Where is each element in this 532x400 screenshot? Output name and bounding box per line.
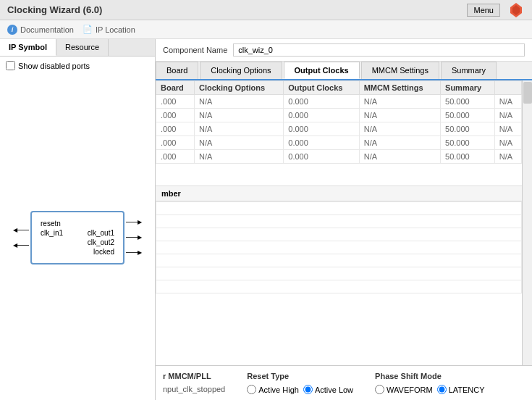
active-low-label: Active Low: [315, 386, 353, 394]
bottom-options: r MMCM/PLL nput_clk_stopped Reset Type A…: [156, 365, 532, 400]
active-high-label: Active High: [258, 386, 299, 394]
cell: N/A: [359, 95, 440, 109]
active-low-radio[interactable]: [303, 385, 313, 394]
mmcm-pll-value: nput_clk_stopped: [163, 385, 225, 393]
table-row: [156, 267, 522, 280]
output-clocks-table: Board Clocking Options Output Clocks MMC…: [156, 80, 522, 164]
cell: N/A: [359, 109, 440, 122]
phase-shift-title: Phase Shift Mode: [375, 372, 484, 380]
tab-summary[interactable]: Summary: [441, 62, 497, 79]
number-table: [156, 201, 522, 293]
table-row: [156, 215, 522, 228]
cell: N/A: [359, 122, 440, 136]
reset-type-title: Reset Type: [247, 372, 353, 380]
reset-type-group: Reset Type Active High Active Low: [247, 372, 353, 394]
menu-button[interactable]: Menu: [467, 4, 500, 17]
component-name-input[interactable]: [233, 43, 525, 57]
info-icon: i: [7, 25, 17, 35]
locked-label: locked: [93, 248, 114, 256]
left-panel: IP Symbol Resource Show disabled ports ◀: [0, 39, 156, 400]
cell: 50.000: [441, 95, 495, 109]
cell: 0.000: [284, 136, 359, 150]
clk-out2-arrow: ▶: [138, 234, 142, 241]
col-extra: [494, 81, 521, 95]
table-row: .000 N/A 0.000 N/A 50.000 N/A: [156, 109, 522, 122]
tab-mmcm-settings[interactable]: MMCM Settings: [361, 62, 439, 79]
tab-resource[interactable]: Resource: [56, 39, 109, 56]
cell: N/A: [195, 109, 284, 122]
active-low-option[interactable]: Active Low: [303, 385, 353, 394]
right-panel: Component Name Board Clocking Options Ou…: [156, 39, 532, 400]
tab-clocking-options[interactable]: Clocking Options: [200, 62, 282, 79]
cell: 0.000: [284, 122, 359, 136]
cell: [156, 202, 522, 215]
show-ports-label: Show disabled ports: [18, 62, 90, 70]
latency-label: LATENCY: [449, 386, 485, 394]
waveform-radio[interactable]: [375, 385, 384, 394]
main-table-section: Board Clocking Options Output Clocks MMC…: [156, 80, 522, 365]
documentation-link[interactable]: i Documentation: [7, 25, 74, 35]
table-row: [156, 241, 522, 254]
cell: 0.000: [284, 109, 359, 122]
ip-symbol-area: ◀ ◀ resetn clk_in1: [0, 75, 155, 400]
cell: 50.000: [441, 136, 495, 150]
cell: .000: [156, 109, 195, 122]
table-row: [156, 202, 522, 215]
cell: [156, 254, 522, 267]
cell: N/A: [494, 95, 521, 109]
locked-arrow: ▶: [138, 249, 142, 256]
waveform-option[interactable]: WAVEFORM: [375, 385, 433, 394]
latency-radio[interactable]: [437, 385, 447, 394]
ip-location-link[interactable]: 📄 IP Location: [83, 25, 135, 34]
content-tabs: Board Clocking Options Output Clocks MMC…: [156, 62, 532, 80]
clk-out1-label: clk_out1: [88, 229, 114, 237]
cell: 50.000: [441, 122, 495, 136]
ip-symbol-box: resetn clk_in1 clk_out1 clk_out2 locked: [30, 211, 124, 264]
title-bar: Clocking Wizard (6.0) Menu: [0, 0, 532, 20]
cell: 50.000: [441, 150, 495, 164]
component-name-label: Component Name: [163, 46, 227, 54]
table-row: [156, 280, 522, 293]
component-bar: Component Name: [156, 39, 532, 62]
cell: .000: [156, 122, 195, 136]
col-output-clocks: Output Clocks: [284, 81, 359, 95]
latency-option[interactable]: LATENCY: [437, 385, 485, 394]
cell: N/A: [359, 150, 440, 164]
tab-board[interactable]: Board: [156, 62, 198, 79]
tab-ip-symbol[interactable]: IP Symbol: [0, 39, 56, 56]
table-row: [156, 228, 522, 241]
page-icon: 📄: [83, 25, 93, 34]
col-board: Board: [156, 81, 195, 95]
cell: [156, 241, 522, 254]
cell: [156, 280, 522, 293]
app-title: Clocking Wizard (6.0): [7, 4, 102, 15]
active-high-radio[interactable]: [247, 385, 256, 394]
cell: N/A: [195, 122, 284, 136]
cell: N/A: [494, 150, 521, 164]
cell: .000: [156, 150, 195, 164]
tab-output-clocks[interactable]: Output Clocks: [284, 62, 360, 79]
active-high-option[interactable]: Active High: [247, 385, 299, 394]
cell: N/A: [359, 136, 440, 150]
clk-in1-label: clk_in1: [41, 229, 63, 237]
clk-out2-label: clk_out2: [88, 238, 114, 246]
show-ports-row: Show disabled ports: [0, 57, 155, 75]
second-table-area: mber: [156, 186, 522, 293]
show-disabled-ports-checkbox[interactable]: [6, 61, 15, 70]
table-row: .000 N/A 0.000 N/A 50.000 N/A: [156, 150, 522, 164]
clk-out1-arrow: ▶: [138, 219, 142, 225]
col-clocking-options: Clocking Options: [195, 81, 284, 95]
cell: N/A: [494, 136, 521, 150]
main-layout: IP Symbol Resource Show disabled ports ◀: [0, 39, 532, 400]
mmcm-pll-title: r MMCM/PLL: [163, 372, 225, 380]
cell: [156, 215, 522, 228]
phase-shift-options-row: WAVEFORM LATENCY: [375, 385, 484, 394]
left-tab-bar: IP Symbol Resource: [0, 39, 155, 57]
toolbar: i Documentation 📄 IP Location: [0, 20, 532, 39]
vertical-scrollbar[interactable]: [522, 80, 532, 365]
cell: N/A: [195, 136, 284, 150]
col-mmcm-settings: MMCM Settings: [359, 81, 440, 95]
cell: N/A: [494, 109, 521, 122]
table-row: [156, 254, 522, 267]
resetn-label: resetn: [41, 220, 61, 228]
